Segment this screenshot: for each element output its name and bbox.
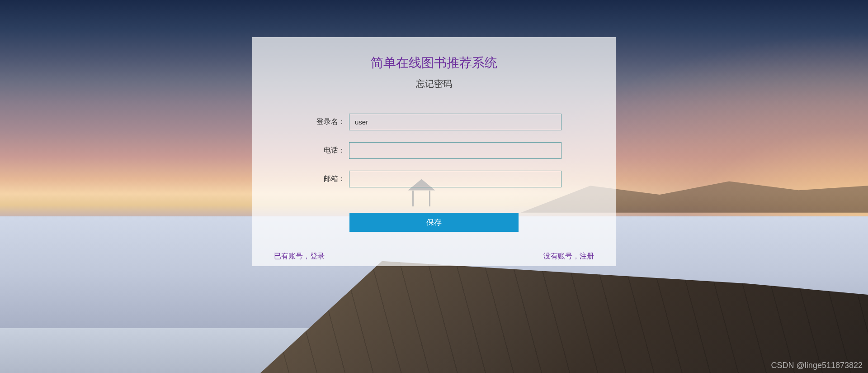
button-row: 保存 bbox=[252, 213, 616, 232]
watermark: CSDN @linge511873822 bbox=[771, 361, 863, 370]
username-label: 登录名： bbox=[307, 117, 345, 127]
phone-label: 电话： bbox=[307, 146, 345, 155]
email-label: 邮箱： bbox=[307, 174, 345, 184]
username-row: 登录名： bbox=[252, 114, 616, 130]
links-row: 已有账号，登录 没有账号，注册 bbox=[252, 252, 616, 261]
register-link[interactable]: 没有账号，注册 bbox=[543, 252, 594, 261]
email-row: 邮箱： bbox=[252, 171, 616, 187]
email-input[interactable] bbox=[349, 171, 561, 187]
page-subtitle: 忘记密码 bbox=[252, 78, 616, 90]
page-title: 简单在线图书推荐系统 bbox=[252, 54, 616, 72]
save-button[interactable]: 保存 bbox=[349, 213, 519, 232]
phone-input[interactable] bbox=[349, 142, 561, 159]
forgot-password-panel: 简单在线图书推荐系统 忘记密码 登录名： 电话： 邮箱： 保存 已有账号，登录 … bbox=[252, 37, 616, 266]
phone-row: 电话： bbox=[252, 142, 616, 159]
login-link[interactable]: 已有账号，登录 bbox=[274, 252, 325, 261]
username-input[interactable] bbox=[349, 114, 561, 130]
